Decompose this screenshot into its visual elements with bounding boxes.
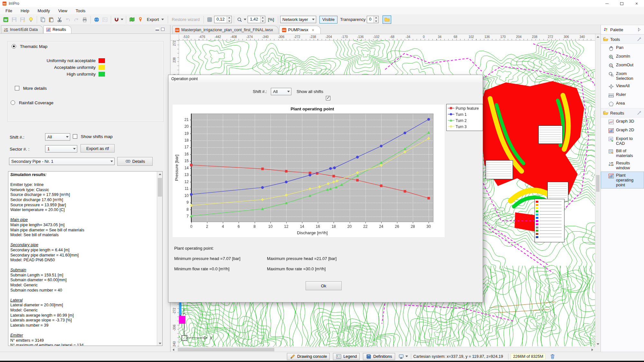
more-details-checkbox[interactable]: More details <box>15 86 47 91</box>
transparency-spinner[interactable]: 0 <box>367 16 379 23</box>
grid-step-spinner[interactable]: 0,12 <box>214 16 232 23</box>
results-line: Emitter <box>10 333 155 338</box>
palette-item-plant-operating-point[interactable]: Plant operating point <box>601 172 644 189</box>
palette-item-bill-of-materials[interactable]: Bill of materials <box>601 147 644 159</box>
palette-item-area[interactable]: Area <box>601 99 644 108</box>
palette-item-label: Zoom Selection <box>616 71 642 81</box>
minimize-button[interactable] <box>600 0 614 7</box>
grid-snap-button[interactable] <box>206 15 213 24</box>
menu-file[interactable]: File <box>1 8 16 14</box>
simulation-results[interactable]: Simulation results: Emitter type: Inline… <box>8 171 163 346</box>
show-shifts-checkbox[interactable]: Show shifts map <box>73 134 113 139</box>
menu-view[interactable]: View <box>54 8 71 14</box>
map-button[interactable] <box>128 15 136 24</box>
palette-section-tools[interactable]: Tools <box>601 34 644 44</box>
ruler-label: -238 <box>307 35 319 39</box>
marker-button[interactable] <box>137 15 144 24</box>
palette-item-viewall[interactable]: ViewAll <box>601 82 644 91</box>
palette-item-label: Bill of materials <box>616 148 642 158</box>
palette-item-pan[interactable]: Pan <box>601 44 644 52</box>
scrollbar-thumb[interactable] <box>596 175 600 192</box>
word-export-icon: W <box>3 17 9 23</box>
zoom-level-spinner[interactable]: 1,42 <box>248 16 265 23</box>
scrollbar-thumb[interactable] <box>158 178 162 197</box>
map-vertical-scrollbar[interactable] <box>595 34 600 347</box>
zoom-tool-button[interactable] <box>236 15 247 24</box>
palette-item-zoom-selection[interactable]: Zoom Selection <box>601 70 644 82</box>
results-line: N° emitters = 3149 <box>10 338 155 343</box>
document-tab-pump-iwsx[interactable]: PROPUMP.iwsx× <box>279 26 321 34</box>
paste-button[interactable] <box>47 15 55 24</box>
visible-toggle[interactable]: Visible <box>319 16 337 23</box>
palette-item-zoomout[interactable]: ZoomOut <box>601 61 644 70</box>
collapse-arrow-icon[interactable] <box>636 27 642 32</box>
palette-item-ruler[interactable]: Ruler <box>601 91 644 99</box>
results-line: Simulation results: <box>10 172 155 178</box>
print-button[interactable] <box>81 15 89 24</box>
dropdown-arrow-icon[interactable] <box>121 19 123 20</box>
document-tab-masterplan-irrigazione-plan-cont-first-final-iwsx[interactable]: PROMasterplan_irrigazione_plan_cont_firs… <box>172 26 279 34</box>
palette-item-label: ZoomOut <box>616 62 633 67</box>
close-icon[interactable]: × <box>311 27 315 33</box>
details-button[interactable]: Details <box>117 157 153 166</box>
display-mode-button[interactable] <box>398 352 409 361</box>
pin-icon[interactable] <box>636 36 642 42</box>
scrollbar-thumb[interactable] <box>178 348 274 351</box>
results-line: Emitter type: Inline <box>10 182 155 188</box>
palette-header[interactable]: Palette <box>601 25 644 34</box>
shift-select[interactable]: All <box>45 133 70 141</box>
palette-item-zoomin[interactable]: ZoomIn <box>601 52 644 61</box>
results-scrollbar[interactable] <box>157 172 162 346</box>
export-button[interactable]: Export <box>145 17 166 22</box>
window-title: IrriPro <box>9 1 19 6</box>
word-export-button[interactable]: W <box>2 15 10 24</box>
menu-help[interactable]: Help <box>16 8 33 14</box>
close-button[interactable]: × <box>629 0 644 7</box>
ruler-label: -272 <box>290 35 303 39</box>
menu-modify[interactable]: Modify <box>33 8 54 14</box>
export-rtf-button[interactable]: Export as rtf <box>80 144 115 153</box>
ok-button[interactable]: Ok <box>306 281 342 290</box>
maximize-button[interactable] <box>614 0 629 7</box>
print-icon <box>82 17 88 23</box>
min-flow-value: Minimum flow rate =0.0 [m³/h] <box>174 266 230 271</box>
legend-label: Uniformity not acceptable <box>47 58 96 63</box>
pin-icon[interactable] <box>636 110 642 116</box>
thematic-map-radio[interactable]: Thematic Map <box>12 44 47 49</box>
sector-select[interactable]: 1 <box>45 145 77 153</box>
garbage-collect-button[interactable] <box>549 352 556 361</box>
save-as-icon <box>20 17 25 23</box>
pipe-select[interactable]: Secondary Pipe - Nr. 1 <box>9 158 115 165</box>
ruler-label: -442 <box>211 35 224 39</box>
tab-insert-edit-data[interactable]: 1,23E+03Insert/Edit Data <box>1 25 43 33</box>
palette-section-results[interactable]: Results <box>601 108 644 117</box>
globe-button[interactable] <box>93 15 100 24</box>
graph-2d-icon <box>608 128 614 134</box>
show-all-shifts-checkbox[interactable] <box>326 96 330 100</box>
map-horizontal-scrollbar[interactable] <box>171 347 595 352</box>
menu-bar: FileHelpModifyViewTools <box>0 7 644 14</box>
panel-minimize-icon[interactable] <box>156 28 159 31</box>
palette-item-graph-3d[interactable]: Graph 3D <box>601 117 644 126</box>
dialog-title-bar[interactable]: Operation point <box>168 75 483 82</box>
definitions-button[interactable]: Definitions <box>363 353 395 360</box>
copy-button[interactable] <box>39 15 47 24</box>
layer-manager-button[interactable] <box>383 15 391 24</box>
rainfall-coverage-radio[interactable]: Rainfall Coverage <box>11 100 53 105</box>
document-tab-bar: PROMasterplan_irrigazione_plan_cont_firs… <box>171 25 601 34</box>
legend-button[interactable]: Legend <box>333 353 360 360</box>
menu-tools[interactable]: Tools <box>71 8 90 14</box>
cut-button[interactable] <box>56 15 63 24</box>
magnet-button[interactable] <box>113 15 124 24</box>
palette-item-results-window[interactable]: 1,23E+03Results window <box>601 159 644 172</box>
panel-maximize-icon[interactable] <box>161 28 165 31</box>
dialog-shift-select[interactable]: All <box>271 88 291 95</box>
palette-item-export-to-cad[interactable]: dxfExport to CAD <box>601 135 644 147</box>
bulb-button[interactable] <box>27 15 35 24</box>
layer-select[interactable]: Network layer <box>280 16 316 23</box>
palette-item-graph-2d[interactable]: Graph 2D <box>601 126 644 135</box>
drawing-console-button[interactable]: Drawing console <box>287 353 330 360</box>
details-icon <box>125 159 131 164</box>
tab-results[interactable]: Results <box>43 25 71 33</box>
palette-item-label: Graph 2D <box>616 127 634 132</box>
